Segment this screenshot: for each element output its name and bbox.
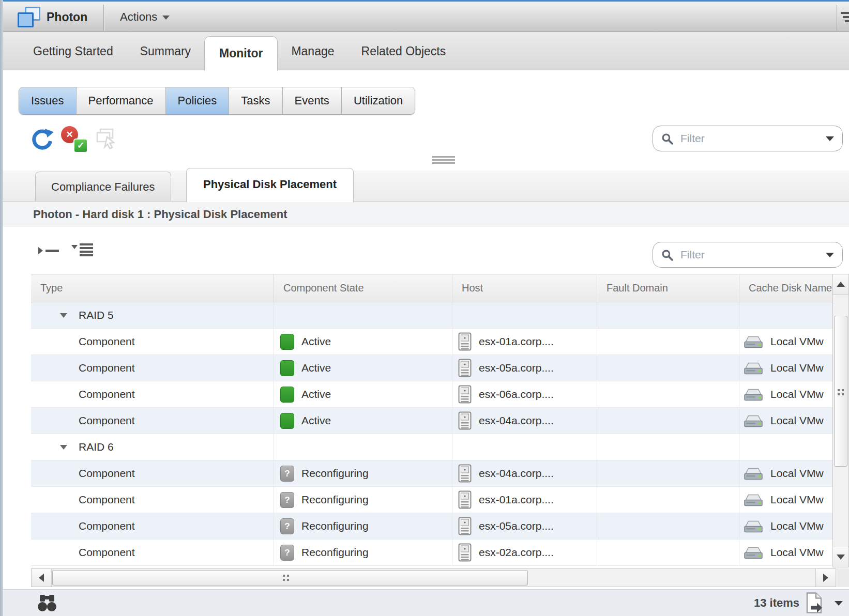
host-label: esx-01a.corp.... xyxy=(479,494,554,506)
tab-getting-started[interactable]: Getting Started xyxy=(20,32,127,70)
horizontal-scrollbar[interactable] xyxy=(31,568,836,587)
vertical-scrollbar[interactable] xyxy=(832,274,849,567)
tab-summary[interactable]: Summary xyxy=(127,32,204,70)
cache-disk-label: Local VMw xyxy=(770,414,824,427)
collapse-group-caret[interactable] xyxy=(60,313,67,318)
find-binoculars-icon[interactable] xyxy=(36,594,58,614)
table-row[interactable]: Component?Reconfiguringesx-01a.corp....L… xyxy=(31,487,832,513)
filter-dropdown-caret[interactable] xyxy=(826,253,834,257)
table-row[interactable]: ComponentActiveesx-05a.corp....Local VMw xyxy=(31,355,832,381)
vm-icon xyxy=(18,7,40,27)
component-state-label: Reconfiguring xyxy=(301,467,369,480)
table-row[interactable]: ComponentActiveesx-01a.corp....Local VMw xyxy=(31,329,832,355)
column-header-type[interactable]: Type xyxy=(31,274,274,302)
active-status-icon xyxy=(280,360,294,376)
filter-dropdown-caret[interactable] xyxy=(826,136,834,141)
host-icon xyxy=(458,359,472,377)
subtab-events[interactable]: Events xyxy=(283,87,342,114)
cache-disk-label: Local VMw xyxy=(770,388,824,401)
host-label: esx-04a.corp.... xyxy=(479,467,554,480)
collapse-all-icon[interactable] xyxy=(38,247,59,254)
table-row[interactable]: ComponentActiveesx-04a.corp....Local VMw xyxy=(31,408,832,434)
page-title: Photon xyxy=(47,2,87,34)
table-body: RAID 5ComponentActiveesx-01a.corp....Loc… xyxy=(31,302,832,567)
row-type-label: Component xyxy=(79,388,135,401)
active-status-icon xyxy=(280,387,294,403)
search-icon xyxy=(661,249,673,261)
overflow-menu-icon[interactable] xyxy=(841,12,849,24)
table-row[interactable]: Component?Reconfiguringesx-05a.corp....L… xyxy=(31,513,832,540)
row-type-label: Component xyxy=(79,335,135,348)
column-header-cache-disk-name[interactable]: Cache Disk Name xyxy=(739,274,832,302)
subtab-performance[interactable]: Performance xyxy=(77,87,166,114)
filter-box xyxy=(653,126,843,151)
export-icon[interactable] xyxy=(805,592,824,616)
scroll-right-button[interactable] xyxy=(815,569,836,587)
reapply-policy-disabled-icon[interactable] xyxy=(94,127,118,153)
group-label: RAID 5 xyxy=(79,309,114,321)
column-header-component-state[interactable]: Component State xyxy=(274,274,452,302)
disk-icon xyxy=(744,546,763,560)
cache-disk-label: Local VMw xyxy=(770,546,824,559)
table-row[interactable]: Component?Reconfiguringesx-02a.corp....L… xyxy=(31,540,832,566)
cache-disk-label: Local VMw xyxy=(770,467,824,480)
export-dropdown-caret[interactable] xyxy=(835,601,843,606)
resize-grip-icon[interactable] xyxy=(283,575,289,581)
table-row[interactable]: ComponentActiveesx-06a.corp....Local VMw xyxy=(31,381,832,408)
table-header: TypeComponent StateHostFault DomainCache… xyxy=(31,274,832,302)
subtab-issues[interactable]: Issues xyxy=(19,87,77,114)
search-icon xyxy=(661,133,673,145)
scroll-left-button[interactable] xyxy=(32,569,52,587)
column-header-fault-domain[interactable]: Fault Domain xyxy=(597,274,739,302)
resize-grip-icon[interactable] xyxy=(838,389,844,395)
actions-menu-button[interactable]: Actions xyxy=(120,2,170,34)
scroll-up-button[interactable] xyxy=(833,274,848,295)
reconfiguring-status-icon: ? xyxy=(280,466,294,482)
host-icon xyxy=(458,464,472,483)
subtab-tasks[interactable]: Tasks xyxy=(229,87,282,114)
title-bar: Photon Actions xyxy=(0,0,849,32)
disk-icon xyxy=(744,467,763,481)
tab-related-objects[interactable]: Related Objects xyxy=(348,32,460,70)
table-row[interactable]: Component?Reconfiguringesx-04a.corp....L… xyxy=(31,460,832,487)
filter-input[interactable] xyxy=(679,132,826,145)
tab-monitor[interactable]: Monitor xyxy=(204,36,278,71)
tab-manage[interactable]: Manage xyxy=(278,32,347,70)
host-icon xyxy=(458,332,472,351)
host-label: esx-04a.corp.... xyxy=(479,414,554,427)
reconfiguring-status-icon: ? xyxy=(280,518,294,534)
disk-icon xyxy=(744,335,763,349)
host-label: esx-05a.corp.... xyxy=(479,520,554,532)
tab-compliance-failures[interactable]: Compliance Failures xyxy=(35,172,171,201)
row-type-label: Component xyxy=(79,362,135,374)
table-row[interactable]: RAID 5 xyxy=(31,302,832,329)
disk-icon xyxy=(744,414,763,428)
horizontal-scrollbar-thumb[interactable] xyxy=(52,570,528,586)
scroll-down-button[interactable] xyxy=(833,547,848,567)
component-state-label: Reconfiguring xyxy=(301,520,369,532)
left-pane-splitter[interactable] xyxy=(0,0,3,616)
items-count: 13 items xyxy=(754,590,799,616)
host-icon xyxy=(458,543,472,562)
host-label: esx-01a.corp.... xyxy=(479,335,554,348)
tab-physical-disk-placement[interactable]: Physical Disk Placement xyxy=(186,168,354,202)
disk-icon xyxy=(744,361,763,375)
disk-icon xyxy=(744,493,763,507)
status-bar: 13 items xyxy=(0,589,849,616)
subtab-utilization[interactable]: Utilization xyxy=(342,87,415,114)
component-state-label: Active xyxy=(301,335,331,348)
expand-list-icon[interactable] xyxy=(71,243,93,258)
grid-filter-input[interactable] xyxy=(679,248,826,261)
active-status-icon xyxy=(280,334,294,350)
host-icon xyxy=(458,517,472,535)
subtab-policies[interactable]: Policies xyxy=(166,87,230,114)
refresh-icon[interactable] xyxy=(30,127,54,153)
horizontal-splitter-grip[interactable] xyxy=(432,156,455,165)
check-compliance-icon[interactable]: ✕ ✓ xyxy=(61,126,88,153)
collapse-group-caret[interactable] xyxy=(60,445,67,450)
table-row[interactable]: RAID 6 xyxy=(31,434,832,460)
component-state-label: Reconfiguring xyxy=(301,546,369,559)
row-type-label: Component xyxy=(79,467,135,480)
reconfiguring-status-icon: ? xyxy=(280,492,294,508)
column-header-host[interactable]: Host xyxy=(452,274,597,302)
